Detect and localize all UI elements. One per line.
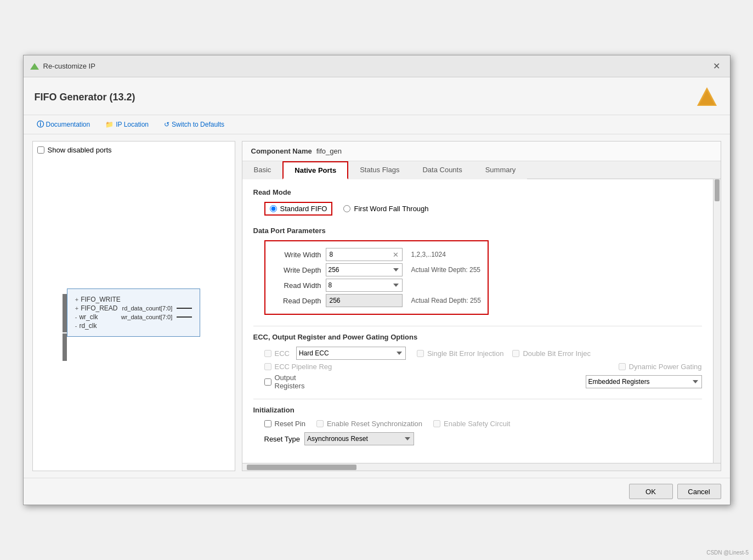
ecc-pipeline-reg-label[interactable]: ECC Pipeline Reg (264, 363, 332, 371)
dynamic-power-gating-checkbox[interactable] (619, 363, 626, 370)
wr-wire (177, 316, 192, 318)
ecc-pipeline-reg-checkbox[interactable] (264, 363, 271, 370)
read-width-select[interactable]: 8 16 32 (326, 279, 403, 292)
switch-to-defaults-button[interactable]: ↺ Switch to Defaults (162, 120, 227, 129)
reset-type-select[interactable]: Asynchronous Reset Synchronous Reset (304, 432, 414, 445)
show-disabled-ports-label: Show disabled ports (48, 146, 112, 154)
component-name-value: fifo_gen (316, 147, 342, 155)
tab-native-ports[interactable]: Native Ports (282, 161, 348, 179)
read-depth-row: Read Depth 256 Actual Read Depth: 255 (272, 294, 481, 307)
read-depth-value: 256 (330, 297, 341, 304)
port-row-wr-clk: - wr_clk wr_data_count[7:0] (75, 313, 193, 321)
app-icon (30, 62, 39, 71)
divider-2 (253, 399, 702, 399)
first-word-fall-through-option[interactable]: First Word Fall Through (343, 205, 428, 213)
ecc-options: Single Bit Error Injection Double Bit Er… (417, 349, 591, 358)
refresh-icon: ↺ (164, 121, 169, 128)
single-bit-error-text: Single Bit Error Injection (427, 349, 503, 358)
port-minus-icon-1: - (75, 314, 77, 320)
enable-reset-sync-text: Enable Reset Synchronization (327, 420, 422, 428)
main-content: Show disabled ports + FIFO_WRITE (24, 134, 730, 478)
footer: OK Cancel (24, 478, 730, 505)
port-name-rd-clk: rd_clk (79, 322, 97, 330)
tab-data-counts[interactable]: Data Counts (411, 161, 473, 179)
output-reg-row: Output Registers Embedded Registers Fabr… (264, 374, 702, 390)
write-depth-label: Write Depth (272, 266, 321, 274)
ip-location-button[interactable]: 📁 IP Location (103, 120, 151, 129)
show-disabled-ports-checkbox[interactable] (37, 146, 44, 154)
ip-location-label: IP Location (116, 121, 149, 128)
tabs-row: Basic Native Ports Status Flags Data Cou… (242, 161, 721, 179)
reset-pin-checkbox[interactable] (264, 420, 271, 427)
title-bar-left: Re-customize IP (30, 62, 95, 71)
output-registers-checkbox-label[interactable]: Output Registers (264, 374, 326, 390)
write-depth-hint: Actual Write Depth: 255 (411, 266, 481, 274)
svg-marker-0 (30, 63, 39, 70)
main-dialog: Re-customize IP ✕ FIFO Generator (13.2) … (23, 55, 731, 505)
close-button[interactable]: ✕ (710, 60, 723, 72)
read-depth-label: Read Depth (272, 297, 321, 305)
write-width-input[interactable] (330, 251, 390, 258)
double-bit-error-checkbox[interactable] (512, 350, 519, 357)
read-mode-section: Read Mode Standard FIFO First Word Fall … (253, 188, 702, 216)
write-width-label: Write Width (272, 251, 321, 259)
app-title: FIFO Generator (13.2) (35, 92, 135, 103)
clear-write-width-icon[interactable]: ✕ (393, 251, 399, 259)
write-depth-select[interactable]: 256 512 1024 (326, 263, 403, 276)
read-mode-title: Read Mode (253, 188, 702, 196)
port-row-fifo-read: + FIFO_READ rd_data_count[7:0] (75, 304, 193, 312)
enable-reset-sync-label[interactable]: Enable Reset Synchronization (316, 420, 422, 428)
write-depth-row: Write Depth 256 512 1024 Actual Write De… (272, 263, 481, 276)
tab-content: Read Mode Standard FIFO First Word Fall … (242, 179, 713, 463)
ecc-type-select[interactable]: Hard ECC Soft ECC No ECC (296, 347, 406, 360)
output-registers-checkbox[interactable] (264, 378, 271, 386)
vertical-scrollbar[interactable] (713, 179, 721, 463)
cancel-button[interactable]: Cancel (677, 484, 721, 499)
radio-group-read-mode: Standard FIFO First Word Fall Through (264, 202, 702, 216)
double-bit-error-label[interactable]: Double Bit Error Injec (512, 349, 591, 358)
init-options-row: Reset Pin Enable Reset Synchronization E… (264, 420, 702, 428)
first-word-fall-through-radio[interactable] (343, 205, 350, 212)
tab-basic[interactable]: Basic (242, 161, 283, 179)
read-depth-hint: Actual Read Depth: 255 (411, 297, 481, 304)
info-icon: ⓘ (37, 120, 44, 129)
write-width-row: Write Width ✕ 1,2,3,..1024 (272, 248, 481, 261)
documentation-button[interactable]: ⓘ Documentation (35, 118, 93, 131)
tab-status-flags[interactable]: Status Flags (348, 161, 411, 179)
standard-fifo-option-box: Standard FIFO (264, 202, 333, 216)
init-section-title: Initialization (253, 406, 702, 414)
output-register-type-select[interactable]: Embedded Registers Fabric Registers No R… (586, 375, 702, 388)
documentation-label: Documentation (46, 121, 90, 128)
ok-button[interactable]: OK (629, 484, 673, 499)
component-name-row: Component Name fifo_gen (242, 142, 721, 161)
switch-to-defaults-label: Switch to Defaults (172, 121, 224, 128)
data-port-title: Data Port Parameters (253, 227, 702, 235)
port-name-fifo-write: FIFO_WRITE (81, 296, 121, 303)
enable-safety-circuit-label[interactable]: Enable Safety Circuit (433, 420, 510, 428)
tab-summary[interactable]: Summary (474, 161, 528, 179)
component-name-label: Component Name (251, 147, 312, 155)
standard-fifo-label: Standard FIFO (280, 205, 327, 213)
enable-safety-circuit-checkbox[interactable] (433, 420, 440, 427)
rd-data-count-label: rd_data_count[7:0] (122, 305, 173, 312)
init-section: Initialization Reset Pin Enable Reset Sy… (253, 406, 702, 445)
horizontal-scrollbar[interactable] (242, 463, 721, 471)
connector-bar-1 (63, 294, 67, 332)
right-panel: Component Name fifo_gen Basic Native Por… (242, 141, 721, 471)
rd-wire (177, 308, 192, 309)
scrollbar-thumb (715, 179, 720, 201)
reset-pin-label[interactable]: Reset Pin (264, 420, 305, 428)
double-bit-error-text: Double Bit Error Injec (523, 349, 591, 358)
toolbar: ⓘ Documentation 📁 IP Location ↺ Switch t… (24, 115, 730, 134)
read-width-label: Read Width (272, 281, 321, 290)
xilinx-logo-icon (695, 85, 719, 109)
ecc-checkbox[interactable] (264, 350, 271, 357)
single-bit-error-checkbox[interactable] (417, 350, 424, 357)
output-registers-text: Output Registers (275, 374, 326, 390)
single-bit-error-label[interactable]: Single Bit Error Injection (417, 349, 503, 358)
dynamic-power-gating-label[interactable]: Dynamic Power Gating (619, 363, 702, 371)
ecc-checkbox-label[interactable]: ECC (264, 349, 290, 358)
standard-fifo-radio[interactable] (270, 205, 277, 212)
enable-reset-sync-checkbox[interactable] (316, 420, 324, 427)
h-scrollbar-thumb (247, 465, 356, 470)
